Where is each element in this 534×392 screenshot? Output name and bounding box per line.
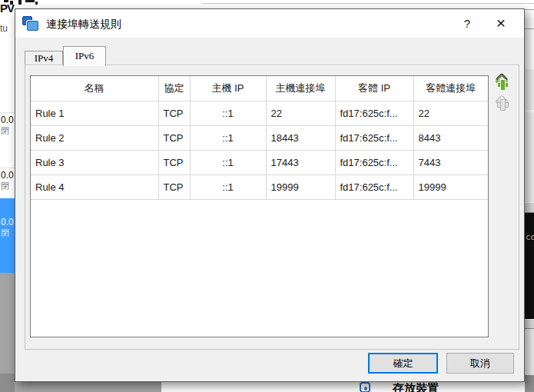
- background-section-label: 存放裝置: [393, 382, 439, 392]
- plus-icon: [501, 100, 505, 110]
- tab-pane: 名稱協定主機 IP主機連接埠客體 IP客體連接埠 Rule 1TCP::122f…: [25, 65, 519, 350]
- background-console-text: co: [526, 232, 534, 242]
- background-left-strip: PV tu 0.0閉0.0閉0.0閉: [0, 0, 15, 392]
- background-line: [525, 9, 534, 10]
- background-left-bottom: [0, 374, 15, 392]
- table-cell[interactable]: fd17:625c:f...: [335, 101, 413, 125]
- table-cell[interactable]: 7443: [413, 150, 488, 174]
- column-header: 客體連接埠: [413, 76, 488, 101]
- table-cell[interactable]: 22: [266, 101, 335, 125]
- background-partial-text: PV: [0, 2, 14, 15]
- screen: PV tu 0.0閉0.0閉0.0閉 co 存放裝置: [0, 0, 534, 392]
- table-cell[interactable]: fd17:625c:f...: [335, 174, 413, 199]
- column-header: 名稱: [31, 76, 158, 101]
- background-vm-preview: co: [525, 213, 534, 319]
- table-cell[interactable]: Rule 1: [31, 101, 158, 125]
- table-cell[interactable]: 19999: [266, 174, 335, 199]
- plus-icon: [501, 80, 505, 90]
- glyph-fragment: [18, 0, 22, 5]
- table-cell[interactable]: 18443: [266, 125, 335, 150]
- table-cell[interactable]: TCP: [158, 101, 190, 125]
- cancel-button[interactable]: 取消: [446, 353, 514, 374]
- tab-ipv4[interactable]: IPv4: [25, 51, 63, 65]
- background-list-item: 0.0閉: [0, 112, 15, 143]
- background-panel-edge: [525, 329, 534, 375]
- background-divider-line: [202, 3, 534, 4]
- background-bottom-strip: 存放裝置: [15, 382, 525, 392]
- table-row[interactable]: Rule 2TCP::118443fd17:625c:f...8443: [31, 125, 488, 150]
- dialog-title: 連接埠轉送規則: [46, 18, 121, 32]
- column-header: 客體 IP: [335, 76, 413, 101]
- port-forwarding-dialog: 連接埠轉送規則 ? × IPv4 IPv6 名稱協定主機 IP主機連接埠客體 I…: [15, 8, 525, 382]
- background-partial-text: tu: [0, 23, 8, 34]
- background-settings-row: 存放裝置: [161, 382, 525, 392]
- background-panel-edge: [525, 112, 534, 202]
- table-row[interactable]: Rule 3TCP::117443fd17:625c:f...7443: [31, 150, 488, 174]
- rules-table: 名稱協定主機 IP主機連接埠客體 IP客體連接埠 Rule 1TCP::122f…: [30, 75, 489, 337]
- dialog-titlebar[interactable]: 連接埠轉送規則 ? ×: [15, 9, 524, 38]
- table-cell[interactable]: TCP: [158, 150, 190, 174]
- background-right-strip: co: [525, 0, 534, 392]
- storage-icon: [360, 382, 370, 392]
- table-cell[interactable]: ::1: [190, 125, 266, 150]
- table-cell[interactable]: ::1: [190, 174, 266, 199]
- port-forwarding-icon: [22, 16, 41, 33]
- background-panel-edge: [525, 69, 534, 110]
- column-header: 主機 IP: [190, 76, 266, 101]
- background-list-item: 0.0閉: [0, 198, 15, 273]
- background-line: [525, 28, 534, 29]
- background-list-item: 0.0閉: [0, 168, 15, 198]
- table-cell[interactable]: 17443: [266, 150, 335, 174]
- table-body: Rule 1TCP::122fd17:625c:f...22Rule 2TCP:…: [31, 101, 488, 199]
- table-cell[interactable]: 8443: [413, 125, 488, 150]
- glyph-fragment: [35, 2, 38, 5]
- background-bevel-edge: [525, 319, 534, 329]
- table-cell[interactable]: fd17:625c:f...: [335, 150, 413, 174]
- table-cell[interactable]: ::1: [190, 101, 266, 125]
- background-vm-list: 0.0閉0.0閉0.0閉: [0, 108, 15, 277]
- tab-ipv6[interactable]: IPv6: [63, 46, 106, 66]
- table-cell[interactable]: TCP: [158, 125, 190, 150]
- close-icon[interactable]: ×: [490, 12, 512, 34]
- table-row[interactable]: Rule 4TCP::119999fd17:625c:f...19999: [31, 174, 488, 199]
- column-header: 主機連接埠: [266, 76, 335, 101]
- table-cell[interactable]: ::1: [190, 150, 266, 174]
- background-panel-edge: [525, 375, 534, 392]
- table-cell[interactable]: TCP: [158, 174, 190, 199]
- table-row[interactable]: Rule 1TCP::122fd17:625c:f...22: [31, 101, 488, 125]
- table-cell[interactable]: fd17:625c:f...: [335, 125, 413, 150]
- column-header: 協定: [158, 76, 190, 101]
- remove-rule-button[interactable]: [494, 95, 511, 113]
- table-cell[interactable]: 22: [413, 101, 488, 125]
- add-rule-button[interactable]: [494, 75, 511, 93]
- table-cell[interactable]: 19999: [413, 174, 488, 199]
- table-header-row: 名稱協定主機 IP主機連接埠客體 IP客體連接埠: [31, 76, 488, 101]
- background-bevel-edge: [525, 202, 534, 213]
- ok-button[interactable]: 確定: [368, 353, 438, 374]
- glyph-fragment: [25, 0, 35, 2]
- table-cell[interactable]: Rule 4: [31, 174, 158, 199]
- help-button[interactable]: ?: [458, 17, 476, 32]
- table-cell[interactable]: Rule 3: [31, 150, 158, 174]
- table-cell[interactable]: Rule 2: [31, 125, 158, 150]
